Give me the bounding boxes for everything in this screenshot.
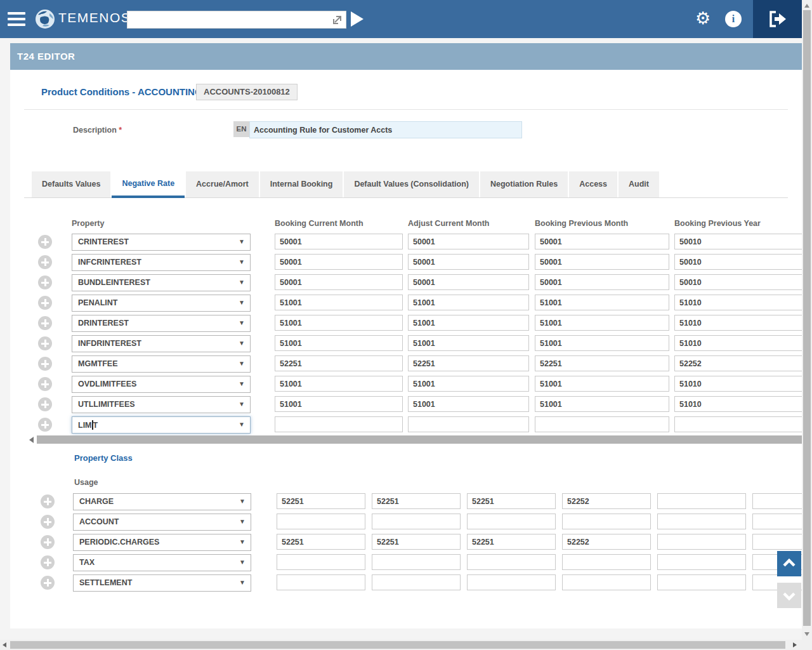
usage-value-input[interactable] [277,514,365,529]
page-horizontal-scrollbar[interactable] [0,640,802,650]
menu-icon[interactable] [8,12,25,26]
usage-value-input[interactable] [752,514,802,529]
play-icon[interactable] [351,11,363,27]
scrollbar-thumb[interactable] [37,435,802,444]
page-vertical-scrollbar[interactable] [802,0,812,650]
tab-audit[interactable]: Audit [619,171,659,197]
usage-value-input[interactable] [562,574,651,590]
add-row-button[interactable] [38,255,52,269]
add-row-button[interactable] [38,235,52,249]
add-row-button[interactable] [38,397,52,411]
booking-current-month-input[interactable] [275,416,403,432]
add-row-button[interactable] [41,535,55,549]
tab-internal-booking[interactable]: Internal Booking [260,171,343,197]
adjust-current-month-input[interactable] [408,295,529,310]
booking-previous-month-input[interactable] [535,355,669,371]
tab-accrue-amort[interactable]: Accrue/Amort [186,171,259,197]
scroll-left-arrow-icon[interactable] [29,437,34,443]
adjust-current-month-input[interactable] [408,254,529,270]
add-row-button[interactable] [38,418,52,432]
usage-value-input[interactable] [277,574,365,590]
usage-value-input[interactable] [657,493,746,509]
booking-previous-month-input[interactable] [535,376,669,392]
usage-value-input[interactable] [372,534,461,550]
booking-previous-year-input[interactable] [674,295,802,310]
property-select[interactable]: INFDRINTEREST▼ [72,335,251,352]
usage-value-input[interactable] [372,574,461,590]
booking-previous-year-input[interactable] [674,335,802,351]
add-row-button[interactable] [38,336,52,350]
add-row-button[interactable] [38,316,52,330]
tab-negotiation-rules[interactable]: Negotiation Rules [480,171,568,197]
usage-value-input[interactable] [277,554,365,570]
adjust-current-month-input[interactable] [408,416,529,432]
property-select[interactable]: OVDLIMITFEES▼ [72,376,251,393]
booking-previous-year-input[interactable] [674,416,802,432]
usage-value-input[interactable] [752,493,802,509]
booking-previous-year-input[interactable] [674,234,802,249]
add-row-button[interactable] [38,275,52,289]
grid-horizontal-scrollbar[interactable] [37,435,802,444]
usage-select[interactable]: TAX▼ [73,554,251,571]
booking-previous-month-input[interactable] [535,274,669,290]
usage-value-input[interactable] [467,514,556,529]
tab-access[interactable]: Access [569,171,617,197]
gear-icon[interactable]: ⚙ [695,8,710,29]
usage-value-input[interactable] [372,514,461,529]
property-select[interactable]: MGMTFEE▼ [72,355,251,373]
booking-previous-month-input[interactable] [535,295,669,310]
booking-previous-year-input[interactable] [674,355,802,371]
usage-select[interactable]: CHARGE▼ [73,493,251,510]
property-select[interactable]: BUNDLEINTEREST▼ [72,274,251,291]
usage-select[interactable]: ACCOUNT▼ [73,514,251,531]
usage-select[interactable]: SETTLEMENT▼ [73,574,251,592]
adjust-current-month-input[interactable] [408,234,529,249]
booking-previous-month-input[interactable] [535,254,669,270]
property-select[interactable]: DRINTEREST▼ [72,315,251,332]
booking-previous-year-input[interactable] [674,376,802,392]
scrollbar-down-arrow-icon[interactable] [804,632,809,636]
adjust-current-month-input[interactable] [408,396,529,412]
booking-previous-year-input[interactable] [674,396,802,412]
adjust-current-month-input[interactable] [408,355,529,371]
booking-current-month-input[interactable] [275,396,403,412]
adjust-current-month-input[interactable] [408,274,529,290]
adjust-current-month-input[interactable] [408,335,529,351]
usage-value-input[interactable] [467,534,556,550]
property-select[interactable]: INFCRINTEREST▼ [72,254,251,271]
usage-value-input[interactable] [277,493,365,509]
booking-current-month-input[interactable] [275,295,403,310]
usage-select[interactable]: PERIODIC.CHARGES▼ [73,534,251,551]
booking-previous-month-input[interactable] [535,315,669,331]
usage-value-input[interactable] [657,574,746,590]
info-icon[interactable]: i [725,11,742,27]
add-row-button[interactable] [41,494,55,508]
tab-defaults-values[interactable]: Defaults Values [32,171,110,197]
usage-value-input[interactable] [467,493,556,509]
booking-current-month-input[interactable] [275,315,403,331]
usage-value-input[interactable] [657,554,746,570]
add-row-button[interactable] [41,555,55,569]
sign-out-button[interactable] [753,0,802,38]
usage-value-input[interactable] [277,534,365,550]
scrollbar-up-arrow-icon[interactable] [804,4,809,8]
booking-previous-year-input[interactable] [674,315,802,331]
booking-previous-month-input[interactable] [535,335,669,351]
scrollbar-thumb[interactable] [10,641,785,649]
usage-value-input[interactable] [752,534,802,550]
booking-previous-year-input[interactable] [674,254,802,270]
scrollbar-thumb[interactable] [803,10,811,626]
booking-current-month-input[interactable] [275,355,403,371]
usage-value-input[interactable] [657,514,746,529]
booking-current-month-input[interactable] [275,274,403,290]
description-input[interactable] [249,121,522,138]
usage-value-input[interactable] [372,493,461,509]
search-input[interactable] [131,12,324,27]
usage-value-input[interactable] [562,493,651,509]
booking-previous-month-input[interactable] [535,416,669,432]
booking-previous-month-input[interactable] [535,234,669,249]
usage-value-input[interactable] [657,534,746,550]
booking-current-month-input[interactable] [275,376,403,392]
scrollbar-left-arrow-icon[interactable] [3,642,6,647]
booking-previous-month-input[interactable] [535,396,669,412]
